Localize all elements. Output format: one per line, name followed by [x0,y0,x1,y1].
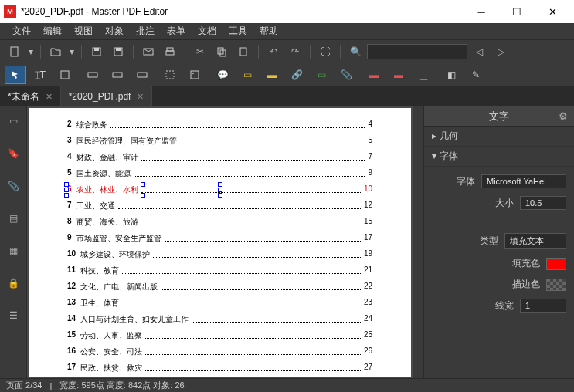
width-value[interactable]: 1 [520,299,566,313]
toc-line[interactable]: 9市场监管、安全生产监管17 [67,233,372,244]
copy-icon[interactable] [212,43,232,60]
save-as-icon[interactable] [108,43,128,60]
pdf-page[interactable]: 2综合政务43国民经济管理、国有资产监管54财政、金融、审计75国土资源、能源9… [29,108,411,377]
menu-annotate[interactable]: 批注 [130,25,161,38]
highlight-text-tool[interactable]: ▬ [363,66,385,84]
properties-icon[interactable]: ☰ [5,307,22,324]
dropdown-icon[interactable]: ▾ [26,43,36,60]
form-tool-3[interactable] [131,66,153,84]
prev-icon[interactable]: ◁ [469,43,489,60]
maximize-button[interactable]: ☐ [499,0,535,23]
menu-document[interactable]: 文档 [192,25,222,38]
select-tool[interactable] [5,66,26,84]
toc-line[interactable]: 3国民经济管理、国有资产监管5 [67,136,372,147]
next-icon[interactable]: ▷ [491,43,511,60]
stamp-tool[interactable]: ▭ [311,66,332,84]
toc-line[interactable]: 8商贸、海关、旅游15 [67,217,372,228]
email-icon[interactable] [138,43,158,60]
menu-tools[interactable]: 工具 [222,25,253,38]
toc-line[interactable]: 16公安、安全、司法26 [67,346,372,357]
underline-tool[interactable]: ▁ [413,66,434,84]
highlight-tool[interactable]: ▬ [261,66,283,84]
titlebar: M *2020_PDF.pdf - Master PDF Editor ─ ☐ … [0,0,574,23]
open-icon[interactable] [46,43,66,60]
scrollbar[interactable] [413,106,423,378]
form-tool-1[interactable] [82,66,104,84]
image-tool[interactable] [184,66,205,84]
options-icon[interactable]: ⚙ [559,110,568,122]
toc-line[interactable]: 5国土资源、能源9 [67,168,372,179]
toc-line[interactable]: 15劳动、人事、监察25 [67,330,372,341]
toc-line[interactable]: 17民政、扶贫、救灾27 [67,363,372,373]
attachments-icon[interactable]: 📎 [5,177,22,194]
dropdown-icon[interactable]: ▾ [67,43,76,60]
menu-help[interactable]: 帮助 [253,25,284,38]
menu-view[interactable]: 视图 [68,25,99,38]
svg-point-17 [192,73,194,74]
tab-2020pdf[interactable]: *2020_PDF.pdf✕ [61,86,153,106]
eraser-tool[interactable]: ◧ [440,66,462,84]
print-icon[interactable] [160,43,180,60]
svg-rect-5 [144,49,153,55]
fill-swatch[interactable] [546,258,566,270]
toc-line[interactable]: 11科技、教育21 [67,265,372,276]
security-icon[interactable]: 🔒 [5,275,22,292]
note-tool[interactable]: ▭ [236,66,258,84]
fill-label: 填充色 [512,257,540,270]
pencil-tool[interactable]: ✎ [465,66,487,84]
document-area[interactable]: 2综合政务43国民经济管理、国有资产监管54财政、金融、审计75国土资源、能源9… [27,106,423,378]
zoom-fit-icon[interactable]: ⛶ [315,43,335,60]
minimize-button[interactable]: ─ [464,0,499,23]
close-icon[interactable]: ✕ [46,92,53,102]
size-value[interactable]: 10.5 [520,196,566,210]
menu-file[interactable]: 文件 [6,25,37,38]
menu-form[interactable]: 表单 [161,25,192,38]
stroke-label: 描边色 [512,278,540,291]
svg-rect-14 [138,73,147,77]
thumbnails-icon[interactable]: ▭ [5,113,22,130]
app-logo: M [4,5,16,18]
toc-line[interactable]: 13卫生、体育23 [67,298,372,309]
geometry-section[interactable]: ▸几何 [424,127,574,147]
close-button[interactable]: ✕ [535,0,570,23]
menubar: 文件 编辑 视图 对象 批注 表单 文档 工具 帮助 [0,23,574,40]
redo-icon[interactable]: ↷ [285,43,305,60]
menu-object[interactable]: 对象 [99,25,130,38]
svg-rect-3 [114,48,122,56]
font-value[interactable]: Microsoft YaHei [481,174,566,188]
cut-icon[interactable]: ✂ [190,43,210,60]
close-icon[interactable]: ✕ [137,92,144,102]
form-tool-2[interactable] [107,66,128,84]
search-input[interactable] [367,44,467,59]
text-edit-tool[interactable]: ⌶T [29,66,51,84]
toc-line[interactable]: 10城乡建设、环境保护19 [67,249,372,260]
link-tool[interactable]: 🔗 [286,66,307,84]
layers-icon[interactable]: ▤ [5,210,22,227]
svg-rect-11 [61,71,69,79]
toc-line[interactable]: 14人口与计划生育、妇女儿童工作24 [67,314,372,325]
properties-panel: 文字⚙ ▸几何 ▾字体 字体Microsoft YaHei 大小10.5 类型填… [423,106,574,378]
strikeout-tool[interactable]: ▬ [388,66,409,84]
paste-icon[interactable] [233,43,253,60]
select-area-tool[interactable] [159,66,181,84]
stroke-swatch[interactable] [546,279,566,291]
comment-tool[interactable]: 💬 [212,66,233,84]
tab-unnamed[interactable]: *未命名✕ [0,86,61,106]
statusbar: 页面 2/34 | 宽度: 595点 高度: 842点 对象: 26 [0,378,574,392]
toc-line[interactable]: 6农业、林业、水利10 [67,184,372,195]
type-value[interactable]: 填充文本 [504,233,566,249]
toc-line[interactable]: 7工业、交通12 [67,201,372,211]
menu-edit[interactable]: 编辑 [37,25,68,38]
toc-line[interactable]: 12文化、广电、新闻出版22 [67,282,372,292]
undo-icon[interactable]: ↶ [263,43,284,60]
svg-rect-12 [88,73,97,77]
save-icon[interactable] [87,43,107,60]
font-section[interactable]: ▾字体 [424,147,574,167]
signatures-icon[interactable]: ▦ [5,242,22,259]
edit-tool[interactable] [54,66,76,84]
new-icon[interactable] [5,43,25,60]
bookmarks-icon[interactable]: 🔖 [5,145,22,162]
toc-line[interactable]: 2综合政务4 [67,120,372,130]
toc-line[interactable]: 4财政、金融、审计7 [67,152,372,163]
attach-tool[interactable]: 📎 [335,66,357,84]
